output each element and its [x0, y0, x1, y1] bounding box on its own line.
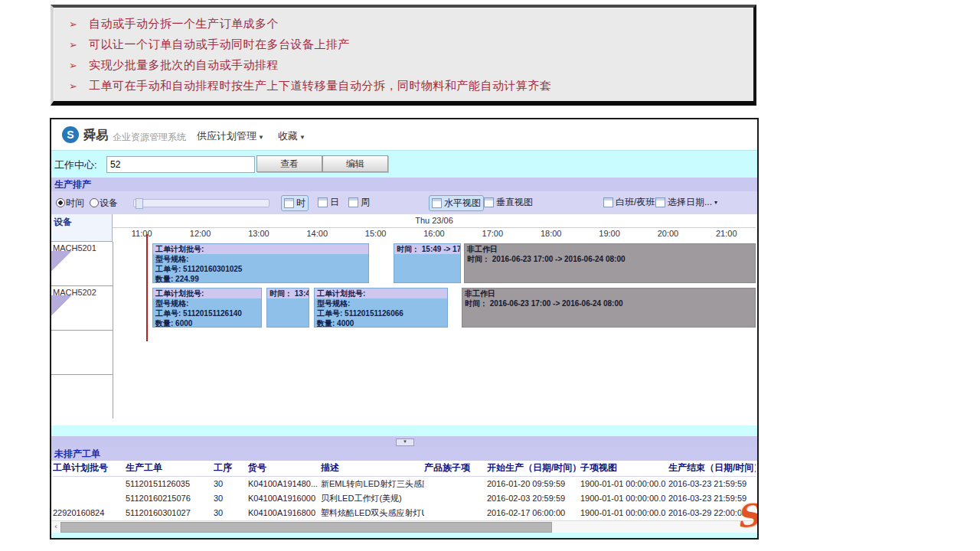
radio-device[interactable] — [90, 198, 99, 207]
menu-favorites[interactable]: 收藏▼ — [278, 129, 305, 143]
section-production-scheduling: 生产排产 — [51, 178, 757, 191]
select-date-button[interactable]: 选择日期... ▾ — [653, 195, 720, 210]
cell: 51120151126035 — [126, 477, 214, 491]
gantt-bar-nonworking[interactable]: 非工作日 时间： 2016-06-23 17:00 -> 2016-06-24 … — [464, 243, 756, 283]
banner-bullet: ➢ 实现少批量多批次的自动或手动排程 — [54, 55, 753, 76]
banner-bullet: ➢ 自动或手动分拆一个生产订单成多个 — [54, 14, 753, 34]
shift-icon — [603, 197, 613, 207]
banner-bullet-text: 可以让一个订单自动或手动同时在多台设备上排产 — [89, 37, 350, 52]
bottom-accent-strip — [51, 533, 757, 538]
scale-hour-button[interactable]: 时 — [281, 195, 309, 211]
layout-horizontal-icon — [432, 198, 442, 208]
edit-button[interactable]: 编辑 — [322, 155, 388, 172]
device-cell — [51, 331, 113, 375]
cell — [53, 491, 126, 506]
cell: 51120160215076 — [126, 491, 214, 506]
workcenter-label: 工作中心: — [54, 158, 97, 172]
chevron-down-icon: ▾ — [714, 199, 717, 206]
scrollbar-thumb[interactable] — [60, 522, 552, 533]
cell: 1900-01-01 00:00:00.0 — [580, 491, 668, 506]
cell: 30 — [214, 506, 248, 520]
hour-tick: 11:00 — [113, 227, 171, 242]
zoom-slider-thumb[interactable] — [136, 198, 143, 209]
gantt-bar-time[interactable]: 时间： 13:46 — [266, 288, 309, 328]
scale-week-button[interactable]: 周 — [346, 195, 372, 210]
table-header-row: 工单计划批号 生产工单 工序 货号 描述 产品族子项 开始生产（日期/时间） 子… — [53, 461, 756, 477]
calendar-icon — [348, 197, 358, 207]
cell: 2016-02-17 06:00:00 — [487, 506, 580, 520]
horizontal-scrollbar[interactable]: ‹ — [51, 520, 757, 533]
scale-day-button[interactable]: 日 — [315, 195, 341, 210]
zoom-slider[interactable] — [133, 199, 270, 207]
scroll-left-arrow-icon[interactable]: ‹ — [51, 521, 60, 533]
table-row[interactable]: 51120151126035 30 K04100A191480... 新EML转… — [53, 477, 756, 491]
menu-supply-planning[interactable]: 供应计划管理▼ — [197, 129, 264, 143]
hour-tick: 16:00 — [405, 227, 463, 242]
gantt-row-mach5202: MACH5202 工单计划批号: 型号规格: 工单号: 511201511261… — [51, 286, 757, 331]
gantt-bar-order[interactable]: 工单计划批号: 型号规格: 工单号: 51120160301025 数量: 22… — [152, 243, 369, 283]
cell: 30 — [214, 491, 248, 506]
gantt-bar-order[interactable]: 工单计划批号: 型号规格: 工单号: 51120151126140 数量: 60… — [152, 288, 262, 328]
corner-triangle-icon — [51, 251, 71, 271]
arrow-bullet-icon: ➢ — [69, 18, 89, 30]
gantt-bar-nonworking[interactable]: 非工作日 时间： 2016-06-23 17:00 -> 2016-06-24 … — [462, 288, 756, 328]
erp-app-window: S 舜易 企业资源管理系统 供应计划管理▼ 收藏▼ 工作中心: 查看 编辑 生产… — [50, 118, 759, 540]
cell — [424, 491, 487, 506]
hour-tick: 14:00 — [288, 227, 346, 242]
arrow-bullet-icon: ➢ — [69, 80, 89, 92]
gantt-row-empty — [51, 331, 757, 375]
splitter-collapse-button[interactable]: ▼ — [396, 439, 414, 446]
chevron-down-icon: ▼ — [299, 134, 305, 141]
app-header: S 舜易 企业资源管理系统 供应计划管理▼ 收藏▼ — [51, 119, 757, 150]
cell: 1900-01-01 00:00:00.0 — [580, 477, 668, 491]
hour-tick: 13:00 — [230, 227, 288, 242]
cell: 1900-01-01 00:00:00.0 — [580, 506, 668, 520]
workcenter-bar: 工作中心: 查看 编辑 — [51, 150, 757, 178]
radio-time-label: 时间 — [66, 197, 84, 210]
hour-tick: 17:00 — [463, 227, 521, 242]
table-row[interactable]: 22920160824 51120160301027 30 K04100A191… — [53, 506, 756, 520]
device-cell[interactable]: MACH5202 — [51, 286, 113, 331]
brand-logo-icon: S — [62, 126, 79, 143]
layout-vertical-icon — [484, 197, 494, 207]
calendar-icon — [284, 198, 294, 208]
feature-banner: ➢ 自动或手动分拆一个生产订单成多个 ➢ 可以让一个订单自动或手动同时在多台设备… — [51, 5, 756, 106]
banner-bullet-text: 工单可在手动和自动排程时按生产上下道转移量自动分拆，同时物料和产能自动计算齐套 — [89, 79, 552, 93]
col-header: 描述 — [321, 461, 424, 476]
shift-toggle-button[interactable]: 白班/夜班 — [601, 195, 657, 210]
vertical-view-button[interactable]: 垂直视图 — [482, 195, 535, 210]
cell: K04100A1916800 — [248, 506, 321, 520]
hour-tick: 19:00 — [580, 227, 639, 242]
banner-bullet-text: 实现少批量多批次的自动或手动排程 — [89, 58, 279, 73]
col-header: 开始生产（日期/时间） — [487, 461, 580, 476]
view-button[interactable]: 查看 — [256, 155, 322, 172]
col-header: 生产工单 — [126, 461, 214, 476]
hour-tick: 12:00 — [171, 227, 229, 242]
device-column-header: 设备 — [51, 214, 113, 242]
calendar-icon — [318, 197, 328, 207]
gantt-bar-time[interactable]: 时间： 15:49 -> 17:0 — [394, 243, 461, 283]
device-cell[interactable]: MACH5201 — [51, 242, 113, 286]
col-header: 生产结束（日期/时间） — [668, 461, 756, 476]
cell — [424, 506, 487, 520]
brand-subtitle: 企业资源管理系统 — [113, 131, 186, 144]
radio-time[interactable] — [56, 198, 65, 207]
cell — [53, 477, 126, 491]
banner-bullet: ➢ 工单可在手动和自动排程时按生产上下道转移量自动分拆，同时物料和产能自动计算齐… — [54, 76, 753, 96]
workcenter-input[interactable] — [106, 156, 255, 173]
section-unscheduled-orders: 未排产工单 — [51, 447, 757, 461]
current-time-line — [146, 234, 148, 341]
radio-device-label: 设备 — [100, 197, 118, 210]
gantt-bar-order[interactable]: 工单计划批号: 型号规格: 工单号: 51120151126066 数量: 40… — [314, 288, 448, 328]
arrow-bullet-icon: ➢ — [69, 39, 89, 51]
cell: K04100A191480... — [248, 477, 321, 491]
horizontal-view-button[interactable]: 水平视图 — [429, 195, 484, 211]
col-header: 工单计划批号 — [53, 461, 126, 476]
col-header: 子项视图 — [580, 461, 668, 476]
brand-name: 舜易 — [83, 128, 108, 144]
device-cell — [51, 375, 113, 419]
gantt-hour-scale: 11:00 12:00 13:00 14:00 15:00 16:00 17:0… — [113, 227, 756, 243]
cell: 51120160301027 — [126, 506, 214, 520]
table-row[interactable]: 51120160215076 30 K04100A1916000 贝利LED工作… — [53, 491, 756, 506]
gantt-row-empty — [51, 375, 757, 419]
